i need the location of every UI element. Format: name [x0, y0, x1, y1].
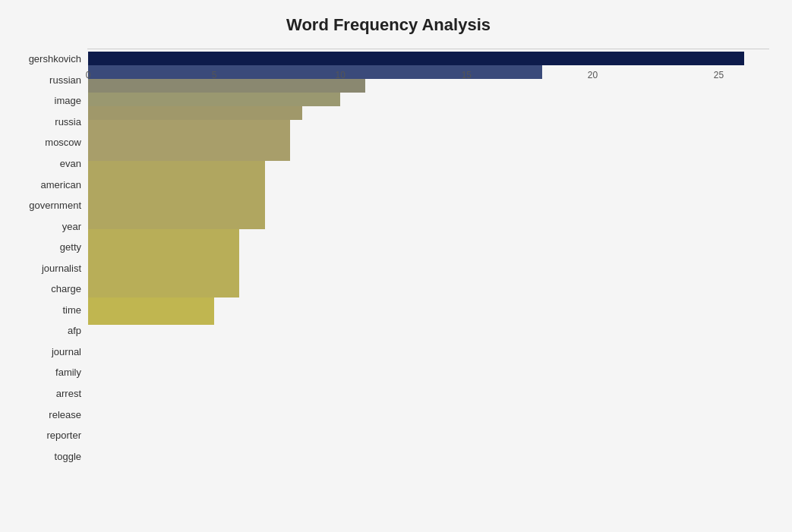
bar-row-journal [88, 243, 769, 257]
bar-row-time [88, 216, 769, 229]
bar-row-reporter [88, 297, 769, 311]
y-label-reporter: reporter [46, 427, 81, 444]
y-label-russian: russian [49, 71, 81, 88]
bar-row-getty [88, 175, 769, 188]
bar-row-toggle [88, 311, 769, 325]
x-tick-20: 20 [588, 70, 598, 80]
y-label-moscow: moscow [45, 134, 81, 151]
x-tick-25: 25 [714, 70, 724, 80]
bar-russian [88, 65, 542, 79]
bar-row-image [88, 79, 769, 93]
bar-row-afp [88, 229, 769, 243]
bar-row-russian [88, 65, 769, 79]
x-tick-10: 10 [336, 70, 346, 80]
bar-year [88, 161, 265, 175]
y-label-getty: getty [60, 239, 81, 256]
x-tick-5: 5 [212, 70, 217, 80]
y-label-year: year [62, 218, 81, 235]
bar-image [88, 79, 365, 93]
y-label-toggle: toggle [55, 448, 81, 464]
y-label-journalist: journalist [42, 260, 81, 276]
bar-release [88, 284, 239, 297]
bar-government [88, 147, 290, 161]
bar-journal [88, 243, 239, 257]
bar-afp [88, 229, 239, 243]
y-label-arrest: arrest [56, 386, 81, 402]
bar-row-journalist [88, 188, 769, 202]
y-label-journal: journal [52, 343, 81, 360]
bar-row-charge [88, 202, 769, 216]
y-label-evan: evan [60, 156, 81, 172]
bar-row-moscow [88, 106, 769, 120]
plot-area: 0510152025 [87, 49, 769, 49]
bar-row-gershkovich [88, 52, 769, 65]
bar-american [88, 134, 290, 147]
y-label-gershkovich: gershkovich [29, 51, 81, 68]
bar-time [88, 216, 265, 229]
y-label-image: image [55, 93, 81, 109]
bar-reporter [88, 297, 214, 311]
bar-moscow [88, 106, 302, 120]
chart-title: Word Frequency Analysis [8, 15, 769, 35]
y-label-afp: afp [68, 323, 81, 339]
y-label-release: release [49, 406, 81, 423]
chart-area: gershkovichrussianimagerussiamoscowevana… [8, 49, 769, 467]
y-label-american: american [41, 176, 81, 193]
bar-family [88, 257, 239, 270]
y-label-government: government [29, 197, 81, 214]
bar-arrest [88, 270, 239, 284]
bar-russia [88, 93, 340, 106]
bar-row-american [88, 134, 769, 147]
bar-journalist [88, 188, 265, 202]
bar-row-arrest [88, 270, 769, 284]
bar-toggle [88, 311, 214, 325]
y-label-time: time [62, 301, 81, 318]
bar-evan [88, 120, 290, 134]
bar-gershkovich [88, 52, 744, 65]
bar-row-government [88, 147, 769, 161]
bar-row-evan [88, 120, 769, 134]
bar-row-release [88, 284, 769, 297]
bar-row-russia [88, 93, 769, 106]
y-label-family: family [55, 364, 81, 381]
y-axis-labels: gershkovichrussianimagerussiamoscowevana… [8, 49, 87, 467]
bar-row-year [88, 161, 769, 175]
y-label-russia: russia [55, 113, 81, 130]
bar-charge [88, 202, 265, 216]
y-label-charge: charge [51, 281, 81, 297]
bar-row-family [88, 257, 769, 270]
x-tick-15: 15 [462, 70, 472, 80]
x-tick-0: 0 [86, 70, 91, 80]
chart-container: Word Frequency Analysis gershkovichrussi… [0, 0, 792, 532]
bar-getty [88, 175, 265, 188]
